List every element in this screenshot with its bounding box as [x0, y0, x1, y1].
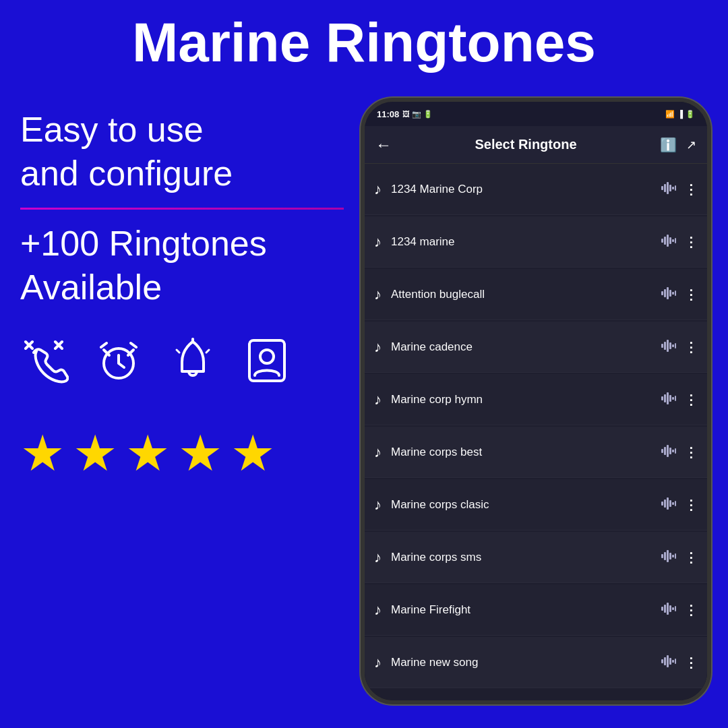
ringtone-name: Attention buglecall [391, 288, 661, 301]
ringtone-actions: ⋮ [661, 655, 698, 670]
svg-rect-23 [667, 340, 669, 352]
star-5: ★ [231, 424, 275, 482]
contact-icon [243, 336, 291, 392]
svg-rect-22 [664, 342, 666, 350]
svg-rect-26 [675, 343, 676, 348]
svg-rect-24 [669, 342, 671, 349]
phone-frame: 11:08 🖼 📷 🔋 📶 ▐ 🔋 ← Select Ringtone ℹ️ ↗… [361, 98, 711, 704]
svg-rect-54 [669, 605, 671, 612]
waveform-icon[interactable] [661, 497, 676, 512]
signal-icon: ▐ [677, 110, 683, 118]
svg-rect-15 [661, 291, 663, 295]
svg-rect-49 [672, 555, 674, 557]
more-options-icon[interactable]: ⋮ [684, 393, 698, 406]
main-title: Marine Ringtones [0, 0, 728, 80]
more-options-icon[interactable]: ⋮ [684, 446, 698, 459]
svg-rect-45 [661, 554, 663, 558]
svg-rect-20 [675, 291, 676, 296]
svg-rect-9 [661, 239, 663, 243]
ringtone-item[interactable]: ♪ Marine new song ⋮ [365, 637, 707, 688]
star-1: ★ [20, 424, 65, 482]
battery-icon: 🔋 [686, 110, 695, 119]
more-options-icon[interactable]: ⋮ [684, 183, 698, 196]
ringtone-item[interactable]: ♪ Marine corp hymn ⋮ [365, 374, 707, 425]
svg-rect-58 [664, 657, 666, 665]
star-3: ★ [125, 424, 170, 482]
status-notification-icons: 🖼 📷 🔋 [402, 110, 433, 119]
svg-rect-32 [675, 396, 676, 401]
more-options-icon[interactable]: ⋮ [684, 288, 698, 301]
ringtone-item[interactable]: ♪ Marine corps clasic ⋮ [365, 479, 707, 530]
waveform-icon[interactable] [661, 287, 676, 302]
ringtone-item[interactable]: ♪ Marine Firefight ⋮ [365, 584, 707, 636]
header-title: Select Ringtone [475, 137, 576, 152]
svg-rect-60 [669, 658, 671, 665]
waveform-icon[interactable] [661, 182, 676, 197]
music-note-icon: ♪ [374, 391, 382, 408]
star-4: ★ [178, 424, 222, 482]
svg-rect-59 [667, 655, 669, 667]
more-options-icon[interactable]: ⋮ [684, 656, 698, 669]
waveform-icon[interactable] [661, 603, 676, 617]
svg-rect-40 [664, 499, 666, 508]
ringtone-actions: ⋮ [661, 287, 698, 302]
waveform-icon[interactable] [661, 392, 676, 407]
ringtone-actions: ⋮ [661, 497, 698, 512]
svg-rect-31 [672, 397, 674, 400]
ringtone-name: Marine new song [391, 656, 661, 669]
svg-rect-5 [667, 182, 669, 194]
svg-rect-53 [667, 603, 669, 615]
svg-rect-52 [664, 605, 666, 613]
info-button[interactable]: ℹ️ [660, 137, 677, 153]
ringtone-actions: ⋮ [661, 603, 698, 617]
ringtone-item[interactable]: ♪ Attention buglecall ⋮ [365, 269, 707, 320]
stars-row: ★ ★ ★ ★ ★ [20, 424, 344, 482]
svg-rect-39 [661, 502, 663, 506]
svg-rect-6 [669, 185, 671, 191]
svg-rect-12 [669, 237, 671, 244]
ringtone-actions: ⋮ [661, 340, 698, 355]
waveform-icon[interactable] [661, 235, 676, 249]
svg-rect-33 [661, 449, 663, 453]
ringtone-actions: ⋮ [661, 445, 698, 460]
svg-rect-44 [675, 501, 676, 506]
svg-rect-18 [669, 290, 671, 297]
ringtone-item[interactable]: ♪ 1234 marine ⋮ [365, 216, 707, 268]
svg-rect-48 [669, 553, 671, 559]
waveform-icon[interactable] [661, 445, 676, 460]
more-options-icon[interactable]: ⋮ [684, 498, 698, 512]
ringtone-actions: ⋮ [661, 550, 698, 565]
music-note-icon: ♪ [374, 444, 382, 461]
share-button[interactable]: ↗ [686, 138, 696, 152]
ringtone-name: Marine corps clasic [391, 498, 661, 512]
music-note-icon: ♪ [374, 549, 382, 566]
svg-rect-37 [672, 450, 674, 452]
waveform-icon[interactable] [661, 340, 676, 355]
music-note-icon: ♪ [374, 601, 382, 619]
ringtone-item[interactable]: ♪ Marine cadence ⋮ [365, 322, 707, 373]
more-options-icon[interactable]: ⋮ [684, 551, 698, 564]
status-bar: 11:08 🖼 📷 🔋 📶 ▐ 🔋 [365, 102, 707, 126]
bell-icon [169, 336, 217, 392]
more-options-icon[interactable]: ⋮ [684, 235, 698, 249]
phone-container: 11:08 🖼 📷 🔋 📶 ▐ 🔋 ← Select Ringtone ℹ️ ↗… [361, 98, 711, 704]
music-note-icon: ♪ [374, 654, 382, 671]
ringtone-actions: ⋮ [661, 235, 698, 249]
waveform-icon[interactable] [661, 655, 676, 670]
ringtone-item[interactable]: ♪ Marine corps best ⋮ [365, 427, 707, 478]
more-options-icon[interactable]: ⋮ [684, 603, 698, 617]
star-2: ★ [73, 424, 117, 482]
ringtone-item[interactable]: ♪ Marine corps sms ⋮ [365, 532, 707, 583]
ringtone-actions: ⋮ [661, 182, 698, 197]
ringtone-item[interactable]: ♪ 1234 Marine Corp ⋮ [365, 164, 707, 215]
more-options-icon[interactable]: ⋮ [684, 340, 698, 354]
waveform-icon[interactable] [661, 550, 676, 565]
svg-rect-50 [675, 553, 676, 559]
svg-rect-51 [661, 607, 663, 611]
feature-icons-row [20, 336, 344, 392]
header-actions: ℹ️ ↗ [660, 137, 696, 153]
svg-rect-17 [667, 287, 669, 299]
back-button[interactable]: ← [375, 135, 392, 154]
music-note-icon: ♪ [374, 286, 382, 303]
svg-rect-4 [664, 184, 666, 192]
